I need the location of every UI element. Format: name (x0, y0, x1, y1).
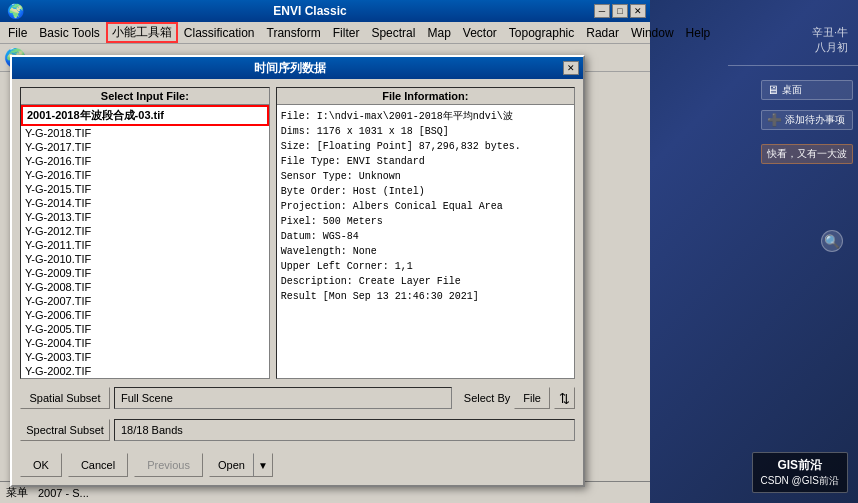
menu-radar[interactable]: Radar (580, 24, 625, 42)
dialog-body: Select Input File: 2001-2018年波段合成-03.tif… (12, 79, 583, 485)
add-task-item[interactable]: ➕ 添加待办事项 (761, 110, 853, 130)
file-list-item[interactable]: Y-G-2008.TIF (21, 280, 269, 294)
menu-vector[interactable]: Vector (457, 24, 503, 42)
info-line: Projection: Albers Conical Equal Area (281, 199, 570, 214)
info-panel: File Information: File: I:\ndvi-max\2001… (276, 87, 575, 379)
quick-access-panel: 🖥 桌面 ➕ 添加待办事项 快看，又有一大波 (761, 80, 853, 164)
file-list-item[interactable]: Y-G-2014.TIF (21, 196, 269, 210)
info-line: Size: [Floating Point] 87,296,832 bytes. (281, 139, 570, 154)
file-list-item[interactable]: Y-G-2013.TIF (21, 210, 269, 224)
desktop-icon: 🖥 (767, 83, 779, 97)
info-line: Pixel: 500 Meters (281, 214, 570, 229)
cancel-button[interactable]: Cancel (68, 453, 128, 477)
menu-filter[interactable]: Filter (327, 24, 366, 42)
menu-topographic[interactable]: Topographic (503, 24, 580, 42)
spatial-subset-value: Full Scene (114, 387, 452, 409)
spatial-subset-row: Spatial Subset Full Scene Select By File… (20, 385, 575, 411)
menu-map[interactable]: Map (421, 24, 456, 42)
chinese-month: 八月初 (812, 40, 848, 55)
file-list-item[interactable]: Y-G-2015.TIF (21, 182, 269, 196)
gis-badge: GIS前沿 CSDN @GIS前沿 (752, 452, 849, 493)
menu-bar: File Basic Tools 小能工具箱 Classification Tr… (0, 22, 650, 44)
select-by-label: Select By (464, 392, 510, 404)
previous-button[interactable]: Previous (134, 453, 203, 477)
right-divider (728, 65, 858, 66)
title-bar: 🌍 ENVI Classic ─ □ ✕ (0, 0, 650, 22)
bottom-buttons: OK Cancel Previous Open ▼ (20, 453, 575, 477)
spectral-subset-row: Spectral Subset 18/18 Bands (20, 417, 575, 443)
chinese-date: 辛丑·牛 (812, 25, 848, 40)
info-line: Wavelength: None (281, 244, 570, 259)
panels-row: Select Input File: 2001-2018年波段合成-03.tif… (20, 87, 575, 379)
info-line: Dims: 1176 x 1031 x 18 [BSQ] (281, 124, 570, 139)
menu-help[interactable]: Help (680, 24, 717, 42)
maximize-button[interactable]: □ (612, 4, 628, 18)
open-button-group: Open ▼ (209, 453, 273, 477)
quick-note-label: 快看，又有一大波 (767, 147, 847, 161)
search-icon-right: 🔍 (824, 234, 840, 249)
file-list-item[interactable]: Y-G-2007.TIF (21, 294, 269, 308)
file-list-item[interactable]: Y-G-2012.TIF (21, 224, 269, 238)
file-list-item[interactable]: Y-G-2005.TIF (21, 322, 269, 336)
file-list-item[interactable]: Y-G-2010.TIF (21, 252, 269, 266)
minimize-button[interactable]: ─ (594, 4, 610, 18)
dialog-title-bar: 时间序列数据 ✕ (12, 57, 583, 79)
file-list-item[interactable]: Y-G-2016.TIF (21, 154, 269, 168)
dialog-close-button[interactable]: ✕ (563, 61, 579, 75)
file-list-item[interactable]: Y-G-2002.TIF (21, 364, 269, 378)
file-panel-header: Select Input File: (21, 88, 269, 105)
file-list-item[interactable]: Y-G-2004.TIF (21, 336, 269, 350)
add-task-label: 添加待办事项 (785, 113, 845, 127)
app-title: ENVI Classic (26, 4, 594, 18)
info-line: File: I:\ndvi-max\2001-2018年平均ndvi\波 (281, 109, 570, 124)
file-list-item[interactable]: Y-G-2011.TIF (21, 238, 269, 252)
app-icon: 🌍 (4, 0, 26, 22)
desktop-item[interactable]: 🖥 桌面 (761, 80, 853, 100)
quick-note-item[interactable]: 快看，又有一大波 (761, 144, 853, 164)
close-button[interactable]: ✕ (630, 4, 646, 18)
info-line: Result [Mon Sep 13 21:46:30 2021] (281, 289, 570, 304)
status-left: 菜单 (6, 485, 28, 500)
file-list-item[interactable]: Y-G-2003.TIF (21, 350, 269, 364)
spectral-subset-value: 18/18 Bands (114, 419, 575, 441)
file-list-item[interactable]: Y-G-2006.TIF (21, 308, 269, 322)
spectral-subset-label[interactable]: Spectral Subset (20, 419, 110, 441)
info-panel-header: File Information: (277, 88, 574, 105)
menu-classification[interactable]: Classification (178, 24, 261, 42)
spatial-subset-label[interactable]: Spatial Subset (20, 387, 110, 409)
dialog-title: 时间序列数据 (16, 60, 563, 77)
date-display: 辛丑·牛 八月初 (812, 25, 848, 55)
add-task-icon: ➕ (767, 113, 782, 127)
select-by-row: Select By File ⇅ (464, 387, 575, 409)
open-button[interactable]: Open (209, 453, 253, 477)
file-panel: Select Input File: 2001-2018年波段合成-03.tif… (20, 87, 270, 379)
info-line: Byte Order: Host (Intel) (281, 184, 570, 199)
sort-button[interactable]: ⇅ (554, 387, 575, 409)
menu-basic-tools[interactable]: Basic Tools (33, 24, 105, 42)
info-content: File: I:\ndvi-max\2001-2018年平均ndvi\波Dims… (277, 105, 574, 378)
menu-file[interactable]: File (2, 24, 33, 42)
file-list-item[interactable]: 2001-2018年波段合成-03.tif (21, 105, 269, 126)
file-list-item[interactable]: Y-G-2016.TIF (21, 168, 269, 182)
menu-spectral[interactable]: Spectral (365, 24, 421, 42)
info-line: Datum: WGS-84 (281, 229, 570, 244)
window-controls: ─ □ ✕ (594, 4, 646, 18)
file-list-item[interactable]: Y-G-2009.TIF (21, 266, 269, 280)
info-line: Sensor Type: Unknown (281, 169, 570, 184)
file-list[interactable]: 2001-2018年波段合成-03.tifY-G-2018.TIFY-G-201… (21, 105, 269, 378)
info-line: File Type: ENVI Standard (281, 154, 570, 169)
time-series-dialog: 时间序列数据 ✕ Select Input File: 2001-2018年波段… (10, 55, 585, 487)
ok-button[interactable]: OK (20, 453, 62, 477)
open-dropdown-button[interactable]: ▼ (253, 453, 273, 477)
search-button-right[interactable]: 🔍 (821, 230, 843, 252)
status-right: 2007 - S... (38, 487, 89, 499)
gis-badge-line1: GIS前沿 (777, 457, 822, 474)
info-line: Description: Create Layer File (281, 274, 570, 289)
desktop-label: 桌面 (782, 83, 802, 97)
menu-transform[interactable]: Transform (261, 24, 327, 42)
menu-xiaoneng[interactable]: 小能工具箱 (106, 22, 178, 43)
menu-window[interactable]: Window (625, 24, 680, 42)
select-by-file-button[interactable]: File (514, 387, 550, 409)
file-list-item[interactable]: Y-G-2017.TIF (21, 140, 269, 154)
file-list-item[interactable]: Y-G-2018.TIF (21, 126, 269, 140)
